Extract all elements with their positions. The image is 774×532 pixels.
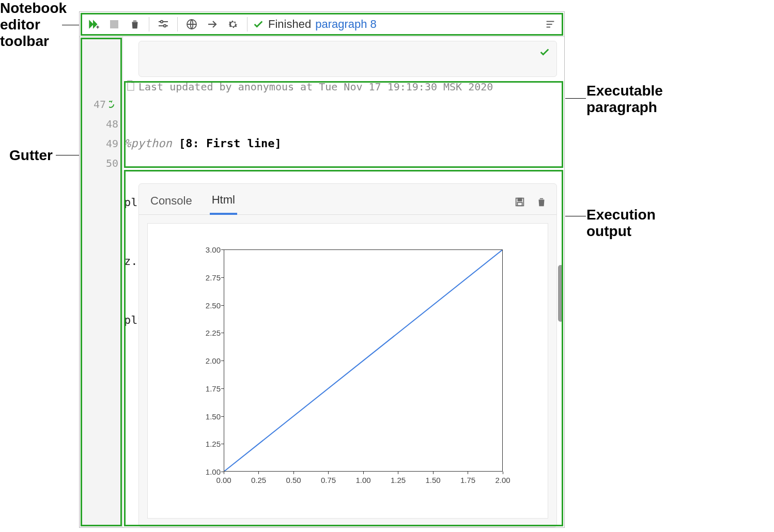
execution-status: Finished paragraph 8 xyxy=(253,18,377,31)
tab-html[interactable]: Html xyxy=(210,189,237,215)
scrollbar-thumb[interactable] xyxy=(558,265,563,322)
y-tick-label: 1.25 xyxy=(182,440,221,448)
y-tick-label: 2.75 xyxy=(182,273,221,281)
x-tick-label: 1.25 xyxy=(391,476,406,505)
line-number: 48 xyxy=(106,118,118,130)
gutter-line[interactable]: 50 xyxy=(80,153,122,173)
plot-line xyxy=(224,250,502,471)
tab-console[interactable]: Console xyxy=(148,190,194,214)
x-tick-label: 2.00 xyxy=(495,476,510,505)
paragraph-tag: [8: First line] xyxy=(172,134,282,153)
annotation-connector xyxy=(565,216,586,216)
chart-container: 1.001.251.501.752.002.252.502.753.00 0.0… xyxy=(147,223,548,519)
line-number: 47 xyxy=(94,98,106,111)
status-link[interactable]: paragraph 8 xyxy=(315,18,377,31)
svg-rect-12 xyxy=(517,202,522,205)
gutter-line[interactable]: 47 xyxy=(80,95,122,114)
check-icon xyxy=(539,46,550,58)
delete-button[interactable] xyxy=(126,15,144,33)
svg-rect-0 xyxy=(110,20,118,28)
svg-point-2 xyxy=(161,20,163,22)
x-tick-label: 0.00 xyxy=(216,476,231,505)
y-tick-label: 1.75 xyxy=(182,384,221,393)
gutter: 47 48 49 50 xyxy=(80,37,123,527)
editor-body: 47 48 49 50 Last updated by anonymous at… xyxy=(80,37,564,527)
annotation-toolbar-label: Notebook editor toolbar xyxy=(0,0,67,50)
y-tick-label: 3.00 xyxy=(182,245,221,254)
gutter-line[interactable]: 48 xyxy=(80,114,122,134)
y-tick-label: 1.00 xyxy=(182,467,221,476)
svg-line-13 xyxy=(224,250,502,471)
chart: 1.001.251.501.752.002.252.502.753.00 0.0… xyxy=(182,244,513,492)
toolbar-separator xyxy=(177,17,178,32)
y-tick-label: 1.50 xyxy=(182,412,221,420)
line-number: 49 xyxy=(106,137,118,150)
toolbar-separator xyxy=(149,17,149,32)
gutter-line[interactable]: 49 xyxy=(80,134,122,153)
status-text: Finished xyxy=(268,18,311,31)
x-tick-label: 1.50 xyxy=(425,476,440,505)
save-output-button[interactable] xyxy=(514,196,525,208)
gear-button[interactable] xyxy=(224,15,242,33)
annotation-paragraph-label: Executable paragraph xyxy=(586,83,663,116)
last-updated-text: Last updated by anonymous at Tue Nov 17 … xyxy=(138,81,493,93)
interpreter-directive: %python xyxy=(124,134,172,153)
y-tick-label: 2.50 xyxy=(182,301,221,309)
annotation-connector xyxy=(565,98,586,99)
svg-point-4 xyxy=(164,24,166,26)
notebook-editor: Finished paragraph 8 47 48 49 50 xyxy=(79,11,565,528)
run-all-button[interactable] xyxy=(85,15,102,33)
toolbar-separator xyxy=(247,17,247,32)
clear-output-button[interactable] xyxy=(536,196,547,208)
notebook-toolbar: Finished paragraph 8 xyxy=(80,12,564,37)
annotation-output-label: Execution output xyxy=(586,207,656,240)
browser-button[interactable] xyxy=(183,15,200,33)
annotation-connector xyxy=(62,25,79,25)
previous-output-block[interactable] xyxy=(138,41,557,77)
x-tick-label: 1.75 xyxy=(460,476,475,505)
editor-content: Last updated by anonymous at Tue Nov 17 … xyxy=(123,37,564,527)
execution-output: Console Html xyxy=(138,183,557,527)
check-icon xyxy=(253,19,264,30)
x-tick-label: 0.50 xyxy=(286,476,301,505)
line-number: 50 xyxy=(106,157,118,169)
code-line[interactable]: %python [8: First line] xyxy=(124,134,564,153)
stop-button[interactable] xyxy=(105,15,123,33)
annotation-gutter-label: Gutter xyxy=(9,147,53,164)
y-tick-label: 2.25 xyxy=(182,328,221,337)
file-icon xyxy=(126,80,135,91)
settings-sliders-button[interactable] xyxy=(154,15,172,33)
toc-button[interactable] xyxy=(541,15,559,33)
x-tick-label: 0.25 xyxy=(251,476,266,505)
svg-rect-11 xyxy=(518,198,521,201)
go-to-button[interactable] xyxy=(204,15,221,33)
annotation-connector xyxy=(56,155,79,155)
run-paragraph-icon[interactable] xyxy=(109,100,118,109)
x-tick-label: 1.00 xyxy=(355,476,370,505)
x-tick-label: 0.75 xyxy=(321,476,336,505)
plot-area xyxy=(224,249,503,472)
output-tabs: Console Html xyxy=(139,184,556,215)
y-tick-label: 2.00 xyxy=(182,356,221,365)
